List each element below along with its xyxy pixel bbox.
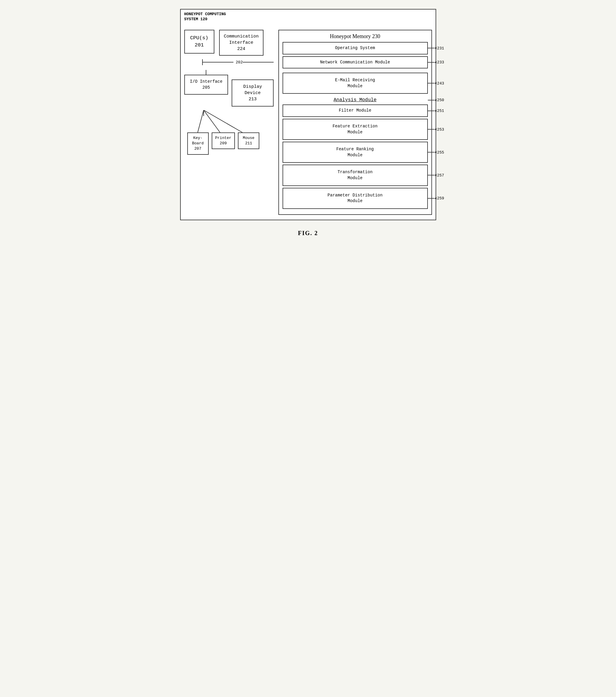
analysis-arrow-head — [435, 99, 437, 101]
analysis-ref-num: 250 — [437, 98, 444, 102]
filter-arrow-head — [435, 109, 437, 112]
bus-label: 202 — [236, 60, 243, 64]
param-distribution-ref: 259 — [428, 196, 444, 201]
network-ref: 233 — [428, 60, 444, 64]
analysis-label: Analysis Module — [282, 97, 428, 103]
top-row: CPU(s) 201 CommunicationInterface 224 — [184, 30, 274, 56]
mouse-label: Mouse — [243, 136, 254, 140]
left-column: CPU(s) 201 CommunicationInterface 224 20… — [184, 30, 274, 215]
outer-system-box: HONEYPOT COMPUTING SYSTEM 120 CPU(s) 201… — [180, 9, 436, 220]
operating-system-box: Operating System — [282, 42, 428, 55]
printer-box: Printer 209 — [212, 132, 235, 149]
transformation-ref: 257 — [428, 173, 444, 177]
io-interface-box: I/O Interface 205 — [184, 75, 229, 95]
memory-title: Honeypot Memory 230 — [282, 33, 428, 40]
io-col: I/O Interface 205 — [184, 70, 229, 95]
network-comm-box: Network Communication Module — [282, 56, 428, 69]
transformation-box: TransformationModule — [282, 165, 428, 186]
analysis-arrow — [428, 99, 437, 101]
feature-ranking-ref-num: 255 — [437, 150, 444, 154]
transformation-row: TransformationModule 257 — [282, 165, 428, 186]
io-label: I/O Interface 205 — [190, 79, 222, 90]
param-distribution-arrow-head — [435, 197, 437, 199]
page-wrapper: HONEYPOT COMPUTING SYSTEM 120 CPU(s) 201… — [171, 9, 445, 237]
feature-extraction-row: Feature ExtractionModule 253 — [282, 119, 428, 140]
os-label: Operating System — [335, 46, 375, 50]
io-display-row: I/O Interface 205 Display Device 213 — [184, 70, 274, 106]
feature-ranking-ref: 255 — [428, 150, 444, 154]
network-ref-num: 233 — [437, 60, 444, 64]
transformation-arrow — [428, 174, 437, 177]
display-number: 213 — [249, 97, 256, 102]
os-arrow — [428, 47, 437, 49]
svg-line-1 — [204, 110, 220, 132]
main-content: CPU(s) 201 CommunicationInterface 224 20… — [184, 30, 432, 215]
email-arrow-head — [435, 82, 437, 85]
filter-box: Filter Module — [282, 104, 428, 117]
printer-number: 209 — [220, 141, 226, 146]
fan-area: Key-Board 207 Printer 209 Mouse 211 — [187, 110, 274, 155]
feature-extraction-ref: 253 — [428, 127, 444, 132]
system-label-line1: HONEYPOT COMPUTING — [184, 12, 226, 16]
system-label-line2: SYSTEM 120 — [184, 17, 207, 21]
keyboard-box: Key-Board 207 — [187, 132, 209, 155]
memory-section: Honeypot Memory 230 Operating System 231 — [278, 30, 432, 215]
filter-arrow — [428, 109, 437, 112]
feature-ranking-arrow — [428, 151, 437, 153]
comm-interface-box: CommunicationInterface 224 — [219, 30, 264, 56]
cpu-number: 201 — [195, 42, 204, 48]
network-comm-row: Network Communication Module 233 — [282, 56, 428, 69]
transformation-ref-num: 257 — [437, 173, 444, 177]
fig-caption-text: FIG. 2 — [298, 230, 318, 236]
filter-ref: 251 — [428, 109, 444, 113]
peripherals-row: Key-Board 207 Printer 209 Mouse 211 — [187, 132, 274, 155]
filter-row: Filter Module 251 — [282, 104, 428, 117]
display-col: Display Device 213 — [232, 79, 273, 106]
analysis-ref: 250 — [428, 98, 444, 102]
network-arrow — [428, 61, 437, 63]
cpu-label: CPU(s) — [190, 35, 208, 41]
bus-area: 202 — [190, 59, 274, 65]
feature-extraction-arrow-head — [435, 128, 437, 131]
analysis-heading-row: Analysis Module 250 — [282, 97, 428, 103]
filter-ref-num: 251 — [437, 109, 444, 113]
os-ref-num: 231 — [437, 46, 444, 50]
feature-extraction-ref-num: 253 — [437, 127, 444, 132]
param-distribution-ref-num: 259 — [437, 196, 444, 201]
cpu-box: CPU(s) 201 — [184, 30, 214, 54]
fan-svg — [187, 110, 268, 134]
memory-title-text: Honeypot Memory 230 — [330, 33, 380, 39]
bus-line-right — [243, 62, 273, 62]
os-ref: 231 — [428, 46, 444, 50]
feature-ranking-row: Feature RankingModule 255 — [282, 142, 428, 163]
operating-system-row: Operating System 231 — [282, 42, 428, 55]
memory-box: Honeypot Memory 230 Operating System 231 — [278, 30, 432, 215]
email-box: E-Mail ReceivingModule — [282, 73, 428, 94]
io-top-line — [206, 70, 206, 75]
param-distribution-arrow — [428, 197, 437, 199]
param-distribution-row: Parameter DistributionModule 259 — [282, 188, 428, 209]
bus-horizontal-line — [203, 62, 233, 62]
email-ref-num: 243 — [437, 81, 444, 85]
transformation-arrow-head — [435, 174, 437, 177]
os-arrow-head — [435, 47, 437, 49]
mouse-number: 211 — [245, 141, 252, 146]
mouse-box: Mouse 211 — [238, 132, 259, 149]
email-arrow — [428, 82, 437, 85]
system-label: HONEYPOT COMPUTING SYSTEM 120 — [184, 12, 226, 22]
display-device-box: Display Device 213 — [232, 79, 273, 106]
param-distribution-box: Parameter DistributionModule — [282, 188, 428, 209]
figure-caption: FIG. 2 — [298, 230, 318, 237]
email-row: E-Mail ReceivingModule 243 — [282, 73, 428, 94]
printer-label: Printer — [215, 136, 232, 140]
network-label: Network Communication Module — [320, 60, 390, 64]
network-arrow-head — [435, 61, 437, 63]
feature-ranking-arrow-head — [435, 151, 437, 153]
email-ref: 243 — [428, 81, 444, 85]
svg-line-2 — [204, 110, 243, 132]
comm-number: 224 — [237, 46, 245, 51]
svg-line-0 — [198, 110, 204, 132]
feature-ranking-box: Feature RankingModule — [282, 142, 428, 163]
keyboard-number: 207 — [194, 146, 201, 151]
feature-extraction-box: Feature ExtractionModule — [282, 119, 428, 140]
